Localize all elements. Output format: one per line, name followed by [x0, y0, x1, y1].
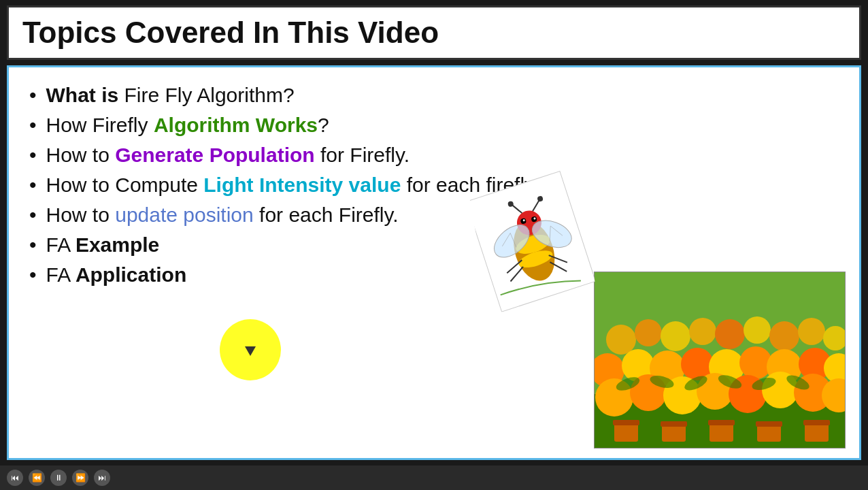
svg-point-31 — [769, 321, 799, 351]
svg-point-30 — [744, 316, 771, 344]
page-title: Topics Covered In This Video — [22, 16, 846, 50]
list-item: How to Generate Population for Firefly. — [29, 144, 839, 167]
svg-rect-64 — [756, 421, 782, 427]
svg-rect-62 — [708, 420, 735, 425]
content-area: What is Fire Fly Algorithm? How Firefly … — [7, 65, 861, 460]
svg-point-28 — [689, 318, 716, 345]
bottom-toolbar: ⏮ ⏪ ⏸ ⏩ ⏭ — [0, 466, 868, 490]
list-item: How Firefly Algorithm Works? — [29, 114, 839, 137]
cursor-arrow-icon — [245, 346, 256, 356]
svg-rect-58 — [613, 420, 639, 425]
list-item: FA Example — [29, 233, 839, 257]
firefly-illustration — [467, 168, 597, 317]
svg-point-27 — [661, 321, 690, 351]
list-item: What is Fire Fly Algorithm? — [29, 84, 839, 107]
toolbar-icon-4[interactable]: ⏩ — [72, 470, 88, 486]
bullet-text: How to Compute Light Intensity value for… — [46, 174, 539, 197]
toolbar-icon-5[interactable]: ⏭ — [94, 470, 110, 486]
svg-rect-60 — [661, 421, 687, 427]
svg-point-25 — [606, 325, 636, 355]
svg-point-26 — [635, 319, 662, 346]
bullet-text: What is Fire Fly Algorithm? — [46, 84, 295, 107]
list-item: How to Compute Light Intensity value for… — [29, 174, 839, 197]
toolbar-icon-2[interactable]: ⏪ — [29, 470, 45, 486]
bullet-list: What is Fire Fly Algorithm? How Firefly … — [29, 84, 839, 287]
toolbar-icon-3[interactable]: ⏸ — [50, 470, 67, 486]
svg-rect-66 — [803, 420, 830, 425]
toolbar-icon-1[interactable]: ⏮ — [7, 470, 23, 486]
list-item: How to update position for each Firefly. — [29, 203, 839, 227]
svg-point-32 — [798, 318, 825, 345]
cursor-highlight — [220, 319, 281, 380]
title-bar: Topics Covered In This Video — [7, 5, 861, 60]
bullet-text: How to update position for each Firefly. — [46, 203, 399, 227]
bullet-text: How Firefly Algorithm Works? — [46, 114, 329, 137]
flower-garden-photo — [594, 272, 846, 451]
bullet-text: FA Application — [46, 263, 187, 287]
svg-point-29 — [715, 319, 745, 349]
bullet-text: FA Example — [46, 233, 160, 257]
bullet-text: How to Generate Population for Firefly. — [46, 144, 410, 167]
